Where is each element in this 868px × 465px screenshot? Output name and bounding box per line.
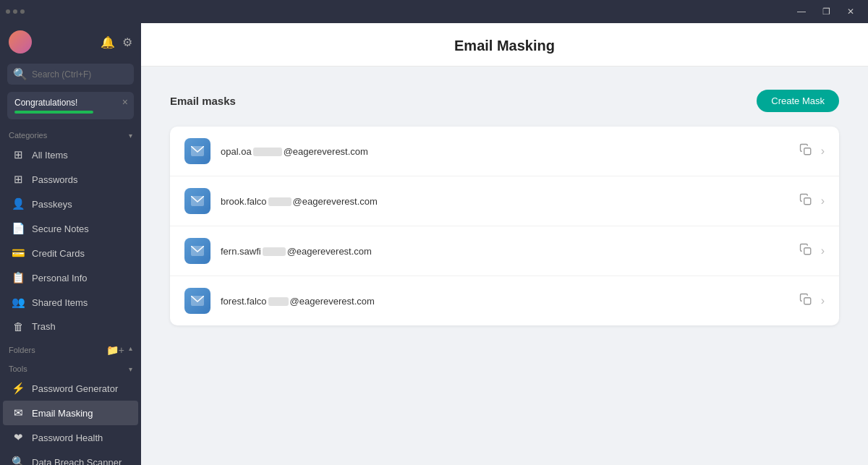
- tools-chevron-icon[interactable]: ▾: [129, 365, 132, 373]
- minimize-button[interactable]: —: [790, 4, 813, 19]
- mask-right-3: ›: [799, 243, 825, 260]
- search-icon: 🔍: [13, 67, 27, 81]
- mask-right-1: ›: [799, 143, 825, 160]
- sidebar-item-shared-items[interactable]: 👥 Shared Items: [3, 290, 138, 315]
- tools-section-header: Tools ▾: [0, 359, 141, 376]
- mask-left-1: opal.oa@eagereverest.com: [184, 138, 368, 164]
- svg-rect-3: [804, 197, 810, 204]
- mask-suffix-3: @eagereverest.com: [287, 246, 372, 257]
- secure-notes-icon: 📄: [12, 222, 25, 235]
- password-generator-label: Password Generator: [32, 383, 118, 394]
- gear-icon[interactable]: ⚙: [122, 35, 132, 49]
- create-mask-button[interactable]: Create Mask: [757, 90, 839, 112]
- mask-email-icon-4: [184, 288, 210, 314]
- sidebar-item-password-generator[interactable]: ⚡ Password Generator: [3, 376, 138, 401]
- mask-item-1[interactable]: opal.oa@eagereverest.com ›: [170, 127, 839, 176]
- passwords-label: Passwords: [32, 174, 78, 185]
- mask-item-2[interactable]: brook.falco@eagereverest.com ›: [170, 176, 839, 226]
- mask-suffix-4: @eagereverest.com: [290, 296, 375, 307]
- shared-items-icon: 👥: [12, 296, 25, 309]
- main-body: Email masks Create Mask opal.oa@eagerev: [141, 67, 868, 465]
- data-breach-scanner-label: Data Breach Scanner: [32, 457, 122, 466]
- copy-button-4[interactable]: [799, 293, 812, 310]
- congrats-close-button[interactable]: ×: [122, 96, 128, 108]
- credit-cards-icon: 💳: [12, 247, 25, 260]
- credit-cards-label: Credit Cards: [32, 248, 85, 259]
- mask-right-2: ›: [799, 193, 825, 210]
- page-title: Email Masking: [170, 38, 839, 54]
- mask-blur-4: [268, 297, 289, 306]
- mask-prefix-4: forest.falco: [221, 296, 267, 307]
- folders-chevron-icon[interactable]: ▴: [129, 344, 132, 356]
- title-bar-dots: [6, 9, 25, 14]
- email-masking-icon: ✉: [12, 406, 25, 419]
- svg-rect-5: [804, 247, 810, 254]
- secure-notes-label: Secure Notes: [32, 223, 89, 234]
- sidebar: 🔔 ⚙ 🔍 Congratulations! × Categories ▾ ⊞ …: [0, 23, 141, 465]
- sidebar-item-passkeys[interactable]: 👤 Passkeys: [3, 192, 138, 216]
- mask-email-address-2: brook.falco@eagereverest.com: [221, 196, 378, 207]
- dot-2: [13, 9, 17, 14]
- congrats-text: Congratulations!: [14, 98, 127, 108]
- svg-rect-7: [804, 297, 810, 304]
- personal-info-label: Personal Info: [32, 273, 88, 283]
- copy-button-2[interactable]: [799, 193, 812, 210]
- password-generator-icon: ⚡: [12, 382, 25, 395]
- mask-email-address-3: fern.sawfi@eagereverest.com: [221, 246, 372, 257]
- shared-items-label: Shared Items: [32, 297, 88, 308]
- search-bar[interactable]: 🔍: [7, 64, 134, 85]
- mask-email-icon-3: [184, 238, 210, 264]
- mask-right-4: ›: [799, 293, 825, 310]
- mask-item-3[interactable]: fern.sawfi@eagereverest.com ›: [170, 226, 839, 276]
- main-content: Email Masking Email masks Create Mask: [141, 23, 868, 465]
- sidebar-item-email-masking[interactable]: ✉ Email Masking: [3, 401, 138, 425]
- sidebar-item-credit-cards[interactable]: 💳 Credit Cards: [3, 241, 138, 265]
- sidebar-item-data-breach-scanner[interactable]: 🔍 Data Breach Scanner: [3, 450, 138, 465]
- mask-suffix-1: @eagereverest.com: [284, 146, 368, 157]
- close-button[interactable]: ✕: [839, 4, 862, 19]
- folders-label: Folders: [9, 346, 35, 354]
- tools-nav: ⚡ Password Generator ✉ Email Masking ❤ P…: [0, 376, 141, 465]
- dot-3: [20, 9, 25, 14]
- mask-left-3: fern.sawfi@eagereverest.com: [184, 238, 372, 264]
- search-input[interactable]: [32, 69, 140, 80]
- add-folder-icon[interactable]: 📁+: [106, 344, 124, 356]
- mask-item-4[interactable]: forest.falco@eagereverest.com ›: [170, 276, 839, 325]
- dot-1: [6, 9, 10, 14]
- mask-left-4: forest.falco@eagereverest.com: [184, 288, 375, 314]
- chevron-right-icon-3[interactable]: ›: [821, 244, 825, 257]
- avatar[interactable]: [9, 30, 32, 54]
- passkeys-icon: 👤: [12, 197, 25, 210]
- chevron-right-icon-4[interactable]: ›: [821, 294, 825, 307]
- email-masking-label: Email Masking: [32, 408, 93, 419]
- mask-blur-2: [268, 197, 292, 206]
- personal-info-icon: 📋: [12, 271, 25, 284]
- tools-label: Tools: [9, 364, 27, 373]
- window-controls: — ❐ ✕: [790, 4, 862, 19]
- sidebar-item-password-health[interactable]: ❤ Password Health: [3, 425, 138, 450]
- main-header: Email Masking: [141, 23, 868, 67]
- maximize-button[interactable]: ❐: [814, 4, 838, 19]
- sidebar-item-secure-notes[interactable]: 📄 Secure Notes: [3, 216, 138, 241]
- data-breach-scanner-icon: 🔍: [12, 456, 25, 465]
- mask-prefix-3: fern.sawfi: [221, 246, 261, 257]
- sidebar-item-passwords[interactable]: ⊞ Passwords: [3, 167, 138, 192]
- title-bar: — ❐ ✕: [0, 0, 868, 23]
- chevron-right-icon-1[interactable]: ›: [821, 145, 825, 158]
- sidebar-item-personal-info[interactable]: 📋 Personal Info: [3, 265, 138, 290]
- mask-email-address-4: forest.falco@eagereverest.com: [221, 296, 375, 307]
- mask-prefix-1: opal.oa: [221, 146, 252, 157]
- categories-chevron[interactable]: ▾: [129, 132, 132, 140]
- sidebar-item-all-items[interactable]: ⊞ All Items: [3, 142, 138, 167]
- sidebar-item-trash[interactable]: 🗑 Trash: [3, 315, 138, 338]
- all-items-icon: ⊞: [12, 148, 25, 161]
- bell-icon[interactable]: 🔔: [101, 35, 115, 49]
- email-masks-list: opal.oa@eagereverest.com ›: [170, 127, 839, 325]
- congrats-banner: Congratulations! ×: [7, 92, 134, 119]
- copy-button-1[interactable]: [799, 143, 812, 160]
- email-masks-label: Email masks: [170, 95, 236, 107]
- passwords-icon: ⊞: [12, 173, 25, 186]
- mask-blur-1: [253, 148, 282, 156]
- chevron-right-icon-2[interactable]: ›: [821, 195, 825, 208]
- copy-button-3[interactable]: [799, 243, 812, 260]
